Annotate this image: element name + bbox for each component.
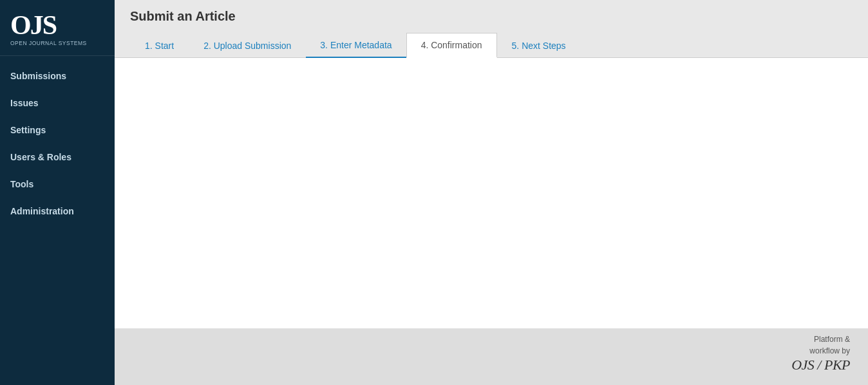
sidebar: OJS Open Journal Systems Submissions Iss… [0, 0, 115, 385]
sidebar-nav: Submissions Issues Settings Users & Role… [0, 56, 115, 385]
logo-letters: OJS [10, 12, 56, 39]
sidebar-item-submissions[interactable]: Submissions [0, 62, 115, 89]
pkp-brand: Platform & workflow by OJS / PKP [791, 333, 850, 373]
tab-confirmation[interactable]: 4. Confirmation [406, 33, 497, 58]
tab-start[interactable]: 1. Start [130, 33, 189, 57]
logo-area: OJS Open Journal Systems [0, 0, 115, 56]
pkp-brand-line2: workflow by [809, 346, 850, 355]
sidebar-item-issues[interactable]: Issues [0, 89, 115, 117]
top-bar: Submit an Article 1. Start 2. Upload Sub… [115, 0, 868, 58]
sidebar-item-users-roles[interactable]: Users & Roles [0, 144, 115, 171]
logo-subtitle: Open Journal Systems [10, 40, 87, 46]
content-area [115, 58, 868, 328]
tabs-row: 1. Start 2. Upload Submission 3. Enter M… [130, 33, 853, 57]
pkp-brand-logo: OJS / PKP [791, 357, 850, 373]
ojs-logo: OJS Open Journal Systems [10, 12, 104, 46]
page-title-area: Submit an Article [130, 9, 853, 24]
main-content: Submit an Article 1. Start 2. Upload Sub… [115, 0, 868, 385]
tab-next-steps[interactable]: 5. Next Steps [497, 33, 581, 57]
pkp-brand-text: Platform & workflow by [791, 333, 850, 357]
tab-upload[interactable]: 2. Upload Submission [189, 33, 306, 57]
sidebar-item-settings[interactable]: Settings [0, 117, 115, 144]
sidebar-item-tools[interactable]: Tools [0, 171, 115, 198]
page-title: Submit an Article [130, 9, 236, 23]
pkp-brand-line1: Platform & [814, 335, 850, 344]
footer-area: Platform & workflow by OJS / PKP [115, 328, 868, 385]
tab-metadata[interactable]: 3. Enter Metadata [306, 33, 406, 58]
sidebar-item-administration[interactable]: Administration [0, 198, 115, 225]
